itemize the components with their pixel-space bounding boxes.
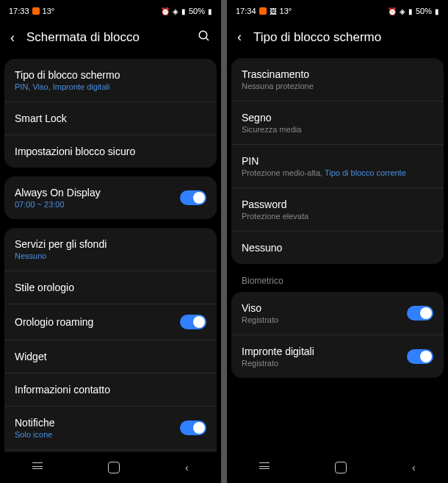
wifi-icon: ◈ bbox=[173, 7, 178, 15]
item-title: Impostazioni blocco sicuro bbox=[15, 146, 135, 157]
item-fingerprint[interactable]: Impronte digitali Registrato bbox=[231, 335, 444, 378]
item-widget[interactable]: Widget bbox=[4, 340, 217, 373]
status-time: 17:33 bbox=[9, 7, 29, 15]
signal-icon: ▮ bbox=[181, 7, 186, 15]
alarm-icon: ⏰ bbox=[388, 7, 397, 15]
back-button[interactable]: ‹ bbox=[10, 30, 15, 46]
header: ‹ Tipo di blocco schermo bbox=[227, 19, 448, 58]
status-temp: 13° bbox=[43, 7, 55, 15]
search-button[interactable] bbox=[198, 29, 211, 46]
toggle-face[interactable] bbox=[407, 306, 433, 321]
nav-home-button[interactable] bbox=[108, 462, 120, 473]
item-title: Tipo di blocco schermo bbox=[15, 69, 120, 81]
section-biometric-label: Biometrico bbox=[231, 273, 444, 292]
signal-icon: ▮ bbox=[408, 7, 413, 15]
item-sub: Nessuno bbox=[15, 251, 106, 260]
group-aod: Always On Display 07:00 ~ 23:00 bbox=[4, 176, 217, 219]
status-left: 17:34 🖼 13° bbox=[236, 7, 292, 15]
item-title: Trascinamento bbox=[242, 68, 314, 80]
nav-bar: ‹ bbox=[227, 452, 448, 483]
content[interactable]: Trascinamento Nessuna protezione Segno S… bbox=[227, 58, 448, 452]
item-secure-lock[interactable]: Impostazioni blocco sicuro bbox=[4, 135, 217, 168]
item-title: Stile orologio bbox=[15, 282, 74, 293]
item-sub: Nessuna protezione bbox=[242, 82, 314, 90]
item-wallpaper-services[interactable]: Servizi per gli sfondi Nessuno bbox=[4, 228, 217, 271]
status-right: ⏰ ◈ ▮ 50% ▮ bbox=[388, 7, 439, 15]
svg-line-1 bbox=[206, 37, 209, 40]
group-lock: Tipo di blocco schermo PIN, Viso, Impron… bbox=[4, 59, 217, 168]
nav-home-button[interactable] bbox=[335, 462, 347, 473]
photo-icon: 🖼 bbox=[270, 7, 277, 15]
header: ‹ Schermata di blocco bbox=[0, 19, 221, 59]
item-pattern[interactable]: Segno Sicurezza media bbox=[231, 101, 444, 145]
item-notifications[interactable]: Notifiche Solo icone bbox=[4, 407, 217, 450]
item-title: Smart Lock bbox=[15, 112, 67, 124]
nav-bar: ‹ bbox=[0, 452, 221, 483]
item-title: Always On Display bbox=[15, 187, 101, 198]
status-battery: 50% bbox=[189, 7, 205, 15]
item-title: Nessuno bbox=[242, 242, 282, 254]
battery-icon: ▮ bbox=[435, 7, 439, 15]
group-display: Servizi per gli sfondi Nessuno Stile oro… bbox=[4, 228, 217, 452]
item-title: Widget bbox=[15, 351, 47, 362]
item-title: Informazioni contatto bbox=[15, 384, 110, 396]
content[interactable]: Tipo di blocco schermo PIN, Viso, Impron… bbox=[0, 59, 221, 452]
status-time: 17:34 bbox=[236, 7, 256, 15]
alarm-icon: ⏰ bbox=[161, 7, 170, 15]
item-title: Viso bbox=[242, 302, 278, 314]
back-button[interactable]: ‹ bbox=[237, 29, 242, 45]
status-bar: 17:33 13° ⏰ ◈ ▮ 50% ▮ bbox=[0, 0, 221, 19]
svg-point-0 bbox=[199, 31, 207, 39]
phone-left: 17:33 13° ⏰ ◈ ▮ 50% ▮ ‹ Schermata di blo… bbox=[0, 0, 221, 483]
notification-dot-icon bbox=[259, 7, 267, 15]
group-lock-types: Trascinamento Nessuna protezione Segno S… bbox=[231, 58, 444, 264]
item-smart-lock[interactable]: Smart Lock bbox=[4, 102, 217, 135]
status-temp: 13° bbox=[280, 7, 292, 15]
phone-right: 17:34 🖼 13° ⏰ ◈ ▮ 50% ▮ ‹ Tipo di blocco… bbox=[227, 0, 448, 483]
item-title: Segno bbox=[242, 112, 301, 124]
item-none[interactable]: Nessuno bbox=[231, 232, 444, 264]
toggle-aod[interactable] bbox=[180, 190, 206, 205]
page-title: Schermata di blocco bbox=[26, 30, 186, 45]
page-title: Tipo di blocco schermo bbox=[253, 30, 438, 45]
item-title: Servizi per gli sfondi bbox=[15, 238, 106, 250]
notification-dot-icon bbox=[32, 7, 40, 15]
item-sub: 07:00 ~ 23:00 bbox=[15, 200, 101, 209]
status-battery: 50% bbox=[416, 7, 432, 15]
item-sub: Protezione medio-alta, Tipo di blocco co… bbox=[242, 168, 406, 177]
item-sub: Protezione elevata bbox=[242, 212, 308, 221]
status-left: 17:33 13° bbox=[9, 7, 54, 15]
item-contact-info[interactable]: Informazioni contatto bbox=[4, 373, 217, 407]
toggle-fingerprint[interactable] bbox=[407, 349, 433, 364]
item-sub: Sicurezza media bbox=[242, 125, 301, 134]
battery-icon: ▮ bbox=[208, 7, 212, 15]
status-right: ⏰ ◈ ▮ 50% ▮ bbox=[161, 7, 212, 15]
item-swipe[interactable]: Trascinamento Nessuna protezione bbox=[231, 58, 444, 101]
nav-recent-button[interactable] bbox=[259, 466, 270, 469]
item-title: Password bbox=[242, 198, 308, 210]
nav-back-button[interactable]: ‹ bbox=[185, 462, 189, 473]
item-sub: Solo icone bbox=[15, 430, 54, 439]
item-sub: Registrato bbox=[242, 359, 314, 368]
toggle-roaming[interactable] bbox=[180, 315, 206, 329]
toggle-notifications[interactable] bbox=[180, 421, 206, 435]
wifi-icon: ◈ bbox=[400, 7, 405, 15]
nav-back-button[interactable]: ‹ bbox=[412, 462, 416, 473]
item-password[interactable]: Password Protezione elevata bbox=[231, 188, 444, 232]
item-aod[interactable]: Always On Display 07:00 ~ 23:00 bbox=[4, 176, 217, 219]
item-clock-style[interactable]: Stile orologio bbox=[4, 271, 217, 304]
item-title: Notifiche bbox=[15, 417, 54, 429]
item-title: Orologio roaming bbox=[15, 316, 93, 328]
item-face[interactable]: Viso Registrato bbox=[231, 292, 444, 335]
item-roaming-clock[interactable]: Orologio roaming bbox=[4, 304, 217, 340]
item-sub: PIN, Viso, Impronte digitali bbox=[15, 82, 120, 91]
item-title: Impronte digitali bbox=[242, 346, 314, 357]
item-lock-type[interactable]: Tipo di blocco schermo PIN, Viso, Impron… bbox=[4, 59, 217, 102]
status-bar: 17:34 🖼 13° ⏰ ◈ ▮ 50% ▮ bbox=[227, 0, 448, 19]
item-title: PIN bbox=[242, 155, 406, 167]
nav-recent-button[interactable] bbox=[32, 466, 43, 469]
group-biometric: Viso Registrato Impronte digitali Regist… bbox=[231, 292, 444, 378]
item-pin[interactable]: PIN Protezione medio-alta, Tipo di blocc… bbox=[231, 145, 444, 188]
item-sub: Registrato bbox=[242, 315, 278, 324]
